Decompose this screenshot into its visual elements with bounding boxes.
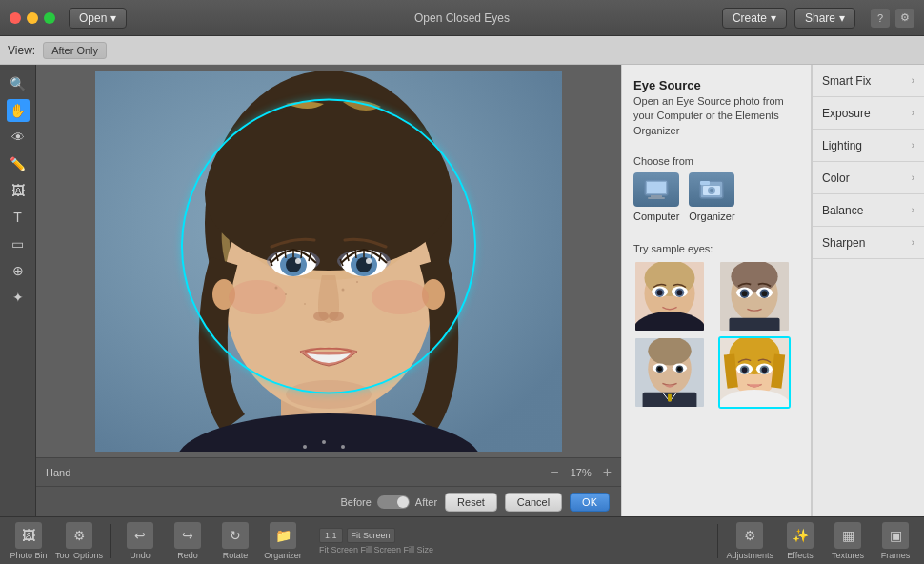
- svg-point-33: [322, 440, 326, 444]
- svg-point-71: [657, 367, 662, 372]
- text-tool[interactable]: T: [7, 206, 30, 229]
- eye-tool[interactable]: 👁: [7, 126, 30, 149]
- textures-icon: ▦: [834, 522, 861, 549]
- before-label: Before: [340, 496, 371, 508]
- exposure-item[interactable]: Exposure ›: [813, 97, 924, 130]
- svg-rect-40: [648, 197, 665, 199]
- svg-point-74: [677, 367, 682, 372]
- open-button[interactable]: Open ▾: [69, 8, 127, 29]
- photo-bin-item[interactable]: 🖼 Photo Bin: [8, 522, 50, 560]
- bottom-controls: Before After Reset Cancel OK: [36, 486, 621, 516]
- svg-point-28: [304, 303, 306, 305]
- close-button[interactable]: [10, 12, 21, 24]
- eraser-tool[interactable]: ▭: [7, 232, 30, 255]
- undo-item[interactable]: ↩ Undo: [119, 522, 161, 560]
- exposure-arrow-icon: ›: [912, 108, 914, 118]
- maximize-button[interactable]: [44, 12, 55, 24]
- share-chevron-icon: ▾: [839, 11, 845, 25]
- top-right-buttons: Create ▾ Share ▾ ? ⚙: [722, 8, 914, 29]
- color-label: Color: [822, 171, 850, 185]
- photo-image: [95, 70, 562, 452]
- toolbar-divider-2: [717, 524, 718, 558]
- lighting-item[interactable]: Lighting ›: [813, 130, 924, 162]
- search-icon[interactable]: ?: [871, 9, 890, 28]
- svg-point-20: [313, 312, 329, 321]
- sample-thumb-1[interactable]: [633, 260, 706, 332]
- textures-item[interactable]: ▦ Textures: [827, 522, 869, 560]
- toggle-knob: [397, 496, 409, 508]
- dialog-panel: Eye Source Open an Eye Source photo from…: [621, 65, 812, 516]
- color-item[interactable]: Color ›: [813, 162, 924, 194]
- svg-point-85: [762, 367, 768, 373]
- minimize-button[interactable]: [27, 12, 38, 24]
- sharpen-item[interactable]: Sharpen ›: [813, 227, 924, 259]
- reset-button[interactable]: Reset: [445, 493, 497, 512]
- smart-fix-label: Smart Fix: [822, 74, 871, 88]
- svg-point-19: [366, 258, 372, 264]
- zoom-out-button[interactable]: −: [550, 465, 558, 480]
- smart-fix-item[interactable]: Smart Fix ›: [813, 65, 924, 97]
- organizer-option[interactable]: Organizer: [689, 172, 734, 222]
- svg-point-21: [329, 312, 344, 321]
- exposure-label: Exposure: [822, 107, 871, 120]
- share-button[interactable]: Share ▾: [794, 8, 855, 29]
- frames-item[interactable]: ▣ Frames: [874, 522, 916, 560]
- lighting-arrow-icon: ›: [912, 140, 914, 151]
- redo-item[interactable]: ↪ Redo: [167, 522, 209, 560]
- choose-from-label: Choose from: [633, 155, 799, 167]
- open-chevron-icon: ▾: [110, 11, 116, 25]
- lighting-label: Lighting: [822, 139, 862, 152]
- svg-point-22: [229, 280, 286, 314]
- undo-label: Undo: [130, 551, 151, 560]
- zoom-in-button[interactable]: +: [603, 465, 612, 480]
- zoom-tool[interactable]: 🔍: [7, 72, 30, 95]
- organizer-item[interactable]: 📁 Organizer: [262, 522, 304, 560]
- svg-point-54: [677, 291, 683, 296]
- left-tools: 🔍 ✋ 👁 ✏️ 🖼 T ▭ ⊕ ✦: [0, 65, 36, 516]
- bottom-toolbar: 🖼 Photo Bin ⚙ Tool Options ↩ Undo ↪ Redo…: [0, 516, 924, 564]
- sample-eyes-section: Try sample eyes:: [633, 243, 799, 409]
- fit-1to1-button[interactable]: 1:1: [319, 528, 343, 543]
- effects-item[interactable]: ✨ Effects: [779, 522, 821, 560]
- svg-point-64: [762, 291, 768, 296]
- brush-tool[interactable]: ✏️: [7, 152, 30, 175]
- balance-item[interactable]: Balance ›: [813, 194, 924, 227]
- share-label: Share: [805, 11, 835, 25]
- zoom-level: 17%: [567, 467, 595, 478]
- top-right-icons: ? ⚙: [871, 8, 914, 29]
- hand-tool[interactable]: ✋: [7, 99, 30, 122]
- tool-options-item[interactable]: ⚙ Tool Options: [55, 522, 103, 560]
- create-label: Create: [733, 11, 767, 25]
- move-tool[interactable]: ✦: [7, 286, 30, 309]
- fit-screen-button[interactable]: Fit Screen: [347, 528, 395, 543]
- settings-icon[interactable]: ⚙: [895, 9, 914, 28]
- cancel-button[interactable]: Cancel: [505, 493, 562, 512]
- canvas-container[interactable]: [36, 65, 621, 457]
- rotate-label: Rotate: [223, 551, 249, 560]
- after-only-button[interactable]: After Only: [43, 42, 107, 59]
- svg-point-23: [372, 280, 429, 314]
- svg-point-29: [286, 380, 372, 409]
- right-toolbar: ⚙ Adjustments ✨ Effects ▦ Textures ▣ Fra…: [715, 522, 916, 560]
- balance-label: Balance: [822, 204, 863, 217]
- computer-option[interactable]: Computer: [633, 172, 679, 222]
- sample-thumb-3[interactable]: [633, 336, 706, 409]
- adjustments-item[interactable]: ⚙ Adjustments: [726, 522, 773, 560]
- transform-tool[interactable]: ⊕: [7, 259, 30, 282]
- organizer-bottom-icon: 📁: [270, 522, 296, 549]
- sharpen-label: Sharpen: [822, 236, 865, 250]
- rotate-item[interactable]: ↻ Rotate: [214, 522, 256, 560]
- adjustments-icon: ⚙: [736, 522, 763, 549]
- toggle-switch[interactable]: [377, 495, 410, 509]
- ok-button[interactable]: OK: [570, 493, 610, 512]
- view-bar: View: After Only: [0, 36, 924, 65]
- open-label: Open: [79, 11, 107, 25]
- computer-label: Computer: [633, 211, 679, 222]
- sample-thumb-4[interactable]: [718, 336, 791, 409]
- svg-point-27: [356, 281, 358, 283]
- stamp-tool[interactable]: 🖼: [7, 179, 30, 202]
- create-button[interactable]: Create ▾: [722, 8, 787, 29]
- photo-bin-label: Photo Bin: [10, 551, 47, 560]
- tool-options-icon: ⚙: [66, 522, 92, 549]
- sample-thumb-2[interactable]: [718, 260, 791, 332]
